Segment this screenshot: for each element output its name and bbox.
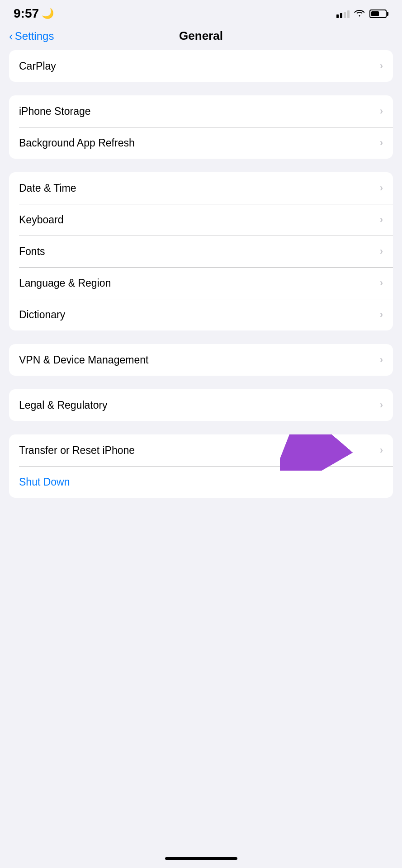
transfer-reset-row[interactable]: Transfer or Reset iPhone › — [9, 434, 393, 466]
status-bar: 9:57 🌙 — [0, 0, 402, 24]
row-label: Language & Region — [19, 277, 111, 289]
list-item[interactable]: Date & Time › — [9, 172, 393, 204]
time-display: 9:57 🌙 — [14, 6, 54, 21]
wifi-icon — [354, 9, 365, 19]
nav-bar: ‹ Settings General — [0, 24, 402, 50]
chevron-right-icon: › — [380, 105, 383, 117]
list-item[interactable]: VPN & Device Management › — [9, 344, 393, 376]
back-label: Settings — [15, 30, 54, 42]
list-item[interactable]: iPhone Storage › — [9, 95, 393, 127]
chevron-right-icon: › — [380, 182, 383, 194]
vpn-group: VPN & Device Management › — [9, 344, 393, 376]
row-label: CarPlay — [19, 60, 56, 72]
reset-group: Transfer or Reset iPhone › Shut Down — [9, 434, 393, 498]
chevron-right-icon: › — [380, 354, 383, 366]
list-item[interactable]: Language & Region › — [9, 267, 393, 299]
chevron-right-icon: › — [380, 60, 383, 72]
chevron-right-icon: › — [380, 245, 383, 257]
row-label: Background App Refresh — [19, 137, 135, 149]
chevron-right-icon: › — [380, 214, 383, 226]
chevron-right-icon: › — [380, 399, 383, 411]
list-item[interactable]: Background App Refresh › — [9, 127, 393, 159]
back-chevron-icon: ‹ — [9, 30, 13, 42]
battery-icon — [369, 9, 388, 18]
row-label: iPhone Storage — [19, 105, 91, 118]
legal-group: Legal & Regulatory › — [9, 389, 393, 421]
time-text: 9:57 — [14, 6, 39, 21]
row-label: Shut Down — [19, 476, 70, 488]
content-area: CarPlay › iPhone Storage › Background Ap… — [0, 50, 402, 498]
row-label: Dictionary — [19, 309, 65, 321]
list-item[interactable]: Keyboard › — [9, 204, 393, 236]
list-item[interactable]: CarPlay › — [9, 50, 393, 82]
page-title: General — [179, 29, 223, 43]
row-label: Legal & Regulatory — [19, 399, 108, 411]
list-item[interactable]: Legal & Regulatory › — [9, 389, 393, 421]
list-item[interactable]: Dictionary › — [9, 299, 393, 330]
chevron-right-icon: › — [380, 277, 383, 289]
chevron-right-icon: › — [380, 137, 383, 149]
home-indicator — [165, 857, 237, 860]
row-label: Date & Time — [19, 182, 76, 194]
chevron-right-icon: › — [380, 309, 383, 321]
datetime-group: Date & Time › Keyboard › Fonts › Languag… — [9, 172, 393, 330]
back-button[interactable]: ‹ Settings — [9, 30, 54, 42]
row-label: Transfer or Reset iPhone — [19, 444, 135, 457]
chevron-right-icon: › — [380, 444, 383, 456]
shut-down-row[interactable]: Shut Down — [9, 466, 393, 498]
row-label: VPN & Device Management — [19, 354, 148, 366]
row-label: Fonts — [19, 245, 45, 258]
carplay-group: CarPlay › — [9, 50, 393, 82]
row-label: Keyboard — [19, 214, 63, 226]
list-item[interactable]: Fonts › — [9, 236, 393, 267]
moon-icon: 🌙 — [42, 8, 54, 19]
signal-icon — [336, 9, 350, 18]
status-icons — [336, 9, 388, 19]
storage-group: iPhone Storage › Background App Refresh … — [9, 95, 393, 159]
